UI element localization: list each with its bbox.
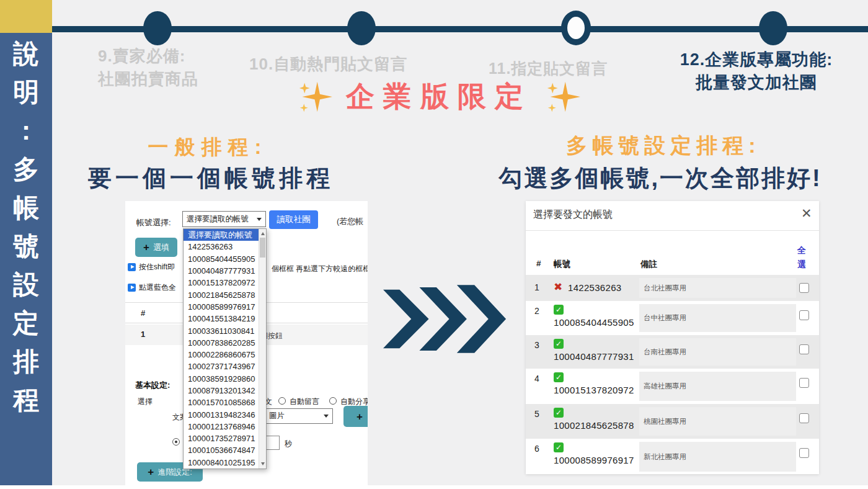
- auto-comment-label: 自動留言: [290, 397, 319, 407]
- dropdown-option[interactable]: 100087913201342: [184, 385, 266, 397]
- sidebar-title-char: 號: [13, 233, 39, 259]
- scroll-up-icon[interactable]: [261, 232, 265, 235]
- sidebar-gold-block: [0, 0, 52, 33]
- timeline-step-10: 10.自動熱門貼文留言: [249, 53, 407, 75]
- dropdown-option[interactable]: 100038591929860: [184, 373, 266, 385]
- play-icon: [128, 284, 136, 292]
- auto-comment-radio[interactable]: [278, 397, 286, 405]
- account-note-fragment: (若您帳: [337, 216, 363, 227]
- chevron-down-icon: [324, 415, 329, 418]
- check-icon: ✓: [554, 305, 564, 315]
- interval-radio[interactable]: [172, 438, 180, 446]
- dropdown-option[interactable]: 100033611030841: [184, 325, 266, 336]
- table-row: 2✓100085404455905台中社團專用: [526, 301, 819, 335]
- sparkle-icon: [546, 78, 580, 115]
- row-checkbox[interactable]: [799, 310, 809, 320]
- dropdown-option[interactable]: 100001319482346: [184, 408, 266, 420]
- select-all-link[interactable]: 全選: [797, 243, 807, 272]
- dropdown-option[interactable]: 100041551384219: [184, 313, 266, 325]
- row-number: 3: [534, 340, 539, 350]
- table-row: 1✖1422536263台北社團專用: [526, 275, 819, 301]
- dropdown-option[interactable]: 100040487777931: [184, 265, 266, 277]
- sidebar-title-char: 程: [13, 387, 39, 413]
- dropdown-option[interactable]: 100027371743967: [184, 361, 266, 372]
- dropdown-option[interactable]: 100001213768946: [184, 421, 266, 433]
- table-row: 5✓100021845625878桃園社團專用: [526, 404, 819, 439]
- row-number: 2: [534, 306, 539, 316]
- account-dropdown-list: 選擇要讀取的帳號14225362631000854044559051000404…: [183, 228, 267, 469]
- column-header-note: 備註: [640, 259, 657, 270]
- account-note: 台中社團專用: [639, 304, 796, 332]
- account-note: 台南社團專用: [639, 338, 796, 366]
- auto-share-radio[interactable]: [329, 397, 337, 405]
- content-type-select[interactable]: 圖片: [265, 408, 333, 424]
- timeline-line: [52, 26, 868, 32]
- dropdown-option[interactable]: 100085404455905: [184, 253, 266, 265]
- account-number: 100040487777931: [554, 351, 634, 362]
- sidebar-title-char: 多: [13, 156, 39, 182]
- row-checkbox[interactable]: [799, 283, 809, 293]
- step-12-line2: 批量發文加社團: [645, 71, 868, 94]
- account-note: 桃園社團專用: [639, 407, 796, 436]
- dropdown-option[interactable]: 100001735278971: [184, 433, 266, 444]
- dropdown-option[interactable]: 100008401025195: [184, 457, 266, 469]
- row-number: 4: [534, 374, 539, 384]
- step-9-line1: 9.賣家必備:: [98, 45, 198, 68]
- row-number: 5: [534, 409, 539, 419]
- check-icon: ✓: [554, 372, 564, 382]
- sidebar-title-char: 定: [13, 310, 39, 336]
- add-content-button[interactable]: +: [343, 406, 368, 427]
- triple-chevron-right-icon: [383, 284, 507, 354]
- scroll-down-icon[interactable]: [261, 462, 265, 465]
- close-icon[interactable]: ✕: [801, 206, 812, 221]
- dropdown-option[interactable]: 100002286860675: [184, 349, 266, 361]
- right-modal-panel: 選擇要發文的帳號 ✕ # 帳號 備註 全選 1✖1422536263台北社團專用…: [526, 201, 819, 474]
- optional-fill-button[interactable]: + 選填: [135, 238, 177, 257]
- check-icon: ✓: [554, 442, 564, 452]
- dropdown-option[interactable]: 100010536674847: [184, 444, 266, 456]
- dropdown-option[interactable]: 100015701085868: [184, 397, 266, 408]
- timeline-dot-12: [759, 11, 787, 45]
- table-header-hash: #: [141, 308, 145, 318]
- sidebar-title-char: 說: [13, 41, 39, 67]
- read-groups-button[interactable]: 讀取社團: [269, 210, 318, 229]
- account-number: 100015137820972: [554, 385, 634, 395]
- hint-blue: 點選藍色全: [128, 282, 176, 293]
- table-row: 6✓100008589976917新北社團專用: [526, 439, 819, 474]
- left-column-heading: 一般排程:: [56, 133, 360, 161]
- scroll-thumb[interactable]: [260, 238, 265, 258]
- account-select[interactable]: 選擇要讀取的帳號: [182, 211, 266, 227]
- dropdown-option[interactable]: 100008589976917: [184, 301, 266, 313]
- slide-canvas: 說明:多帳號設定排程 9.賣家必備: 社團拍賣商品 10.自動熱門貼文留言 11…: [0, 0, 868, 489]
- dropdown-option[interactable]: 100007838620285: [184, 337, 266, 349]
- account-note: 高雄社團專用: [639, 372, 796, 401]
- timeline-step-12: 12.企業版專屬功能: 批量發文加社團: [645, 48, 868, 94]
- row-checkbox[interactable]: [799, 413, 809, 423]
- post-type-label-fragment: 選擇: [138, 397, 153, 407]
- row-checkbox[interactable]: [799, 378, 809, 388]
- dropdown-scrollbar[interactable]: [259, 229, 266, 469]
- dropdown-option-placeholder[interactable]: 選擇要讀取的帳號: [184, 229, 266, 241]
- timeline-dot-9: [143, 11, 172, 45]
- plus-icon: +: [143, 242, 149, 253]
- row-checkbox[interactable]: [799, 448, 809, 458]
- content-type-value: 圖片: [269, 411, 285, 421]
- right-column-heading: 多帳號設定排程:: [465, 132, 862, 160]
- plus-icon: +: [356, 411, 363, 422]
- dropdown-option[interactable]: 1422536263: [184, 241, 266, 253]
- dropdown-option[interactable]: 100021845625878: [184, 289, 266, 300]
- account-select-value: 選擇要讀取的帳號: [187, 214, 249, 225]
- dropdown-option[interactable]: 100015137820972: [184, 277, 266, 289]
- hint-shift-text: 按住shift即: [139, 262, 175, 272]
- sparkle-icon: [298, 78, 332, 115]
- row-checkbox[interactable]: [799, 344, 809, 354]
- chevron-down-icon: [257, 218, 262, 221]
- table-row: 3✓100040487777931台南社團專用: [526, 335, 819, 369]
- row-number: 6: [534, 444, 539, 454]
- timeline-dot-11: [561, 11, 591, 45]
- column-header-account: 帳號: [554, 259, 570, 270]
- timeline-step-9: 9.賣家必備: 社團拍賣商品: [98, 45, 198, 91]
- error-cross-icon: ✖: [554, 282, 562, 292]
- left-column-subheading: 要一個一個帳號排程: [37, 163, 384, 194]
- table-row-number: 1: [141, 330, 145, 339]
